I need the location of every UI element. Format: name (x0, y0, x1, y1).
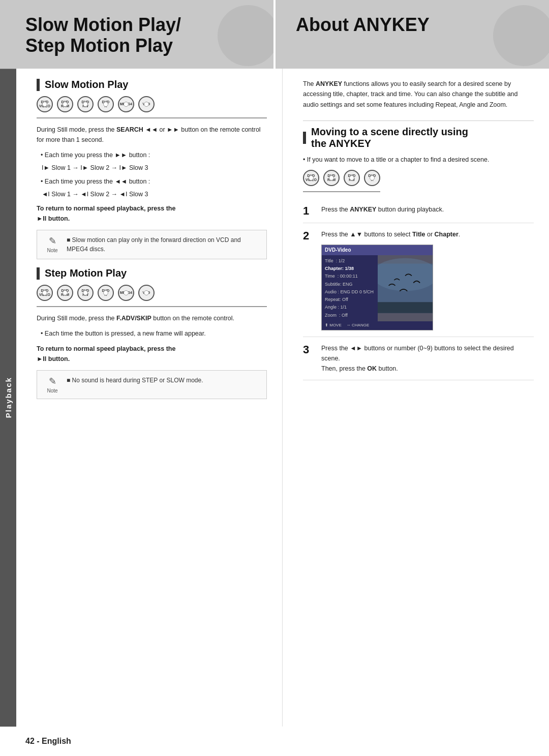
right-header: About ANYKEY (276, 0, 549, 69)
right-column: The ANYKEY functions allows you to easil… (283, 69, 549, 727)
slow-motion-instruction: To return to normal speed playback, pres… (37, 203, 267, 224)
note-icon-area-step: ✎ Note (43, 376, 62, 394)
moving-disc-dvd-r: DVDR (364, 170, 380, 186)
step-motion-title: Step Motion Play (45, 267, 127, 279)
step-disc-icon-vcd: VCD (138, 285, 155, 301)
slow-motion-bullet1-intro: • Each time you press the ►► button : (41, 150, 267, 160)
moving-disc-icons: DVDVIDEO DVDRAM DVDRW DVDR (303, 170, 380, 192)
page-footer: 42 - English (0, 727, 549, 756)
menu-time: Time : 00:00:11 (325, 273, 375, 280)
moving-bullet1: • If you want to move to a title or a ch… (303, 155, 534, 165)
step-disc-icon-dvd-rw: DVDRW (77, 285, 94, 301)
screen-footer-change: ↔ CHANGE (347, 322, 369, 329)
menu-subtitle: Subtitle: ENG (325, 281, 375, 288)
step-motion-para1: During Still mode, press the F.ADV/SKIP … (37, 313, 267, 323)
slow-motion-title: Slow Motion Play (45, 79, 128, 90)
left-header: Slow Motion Play/ Step Motion Play (0, 0, 273, 69)
left-header-title: Slow Motion Play/ Step Motion Play (25, 14, 258, 56)
slow-motion-header: Slow Motion Play (37, 79, 267, 91)
moving-section-header: Moving to a scene directly usingthe ANYK… (303, 126, 534, 149)
step-motion-section: Step Motion Play DVDVIDEO DVDRAM DVDRW D… (37, 267, 267, 399)
screen-menu: Title : 1/2 Chapter: 1/38 Time : 00:00:1… (322, 255, 378, 321)
svg-point-1 (378, 258, 433, 291)
disc-icon-dvd-rw: DVDRW (77, 96, 94, 112)
step-3-row: 3 Press the ◄► buttons or number (0~9) b… (303, 337, 534, 380)
step-motion-instruction: To return to normal speed playback, pres… (37, 344, 267, 364)
slow-motion-note-text: ■ Slow motion can play only in the forwa… (67, 235, 260, 254)
step-2-content: Press the ▲▼ buttons to select Title or … (321, 229, 534, 330)
step-disc-icon-dvd-video: DVDVIDEO (37, 285, 53, 301)
note-icon-area-slow: ✎ Note (43, 235, 62, 253)
note-label-slow: Note (47, 248, 57, 253)
main-content: Playback Slow Motion Play DVDVIDEO DVDRA… (0, 69, 549, 727)
moving-section-title: Moving to a scene directly usingthe ANYK… (311, 126, 468, 149)
menu-title: Title : 1/2 (325, 257, 375, 265)
menu-audio: Audio : ENG DD 0 5/CH (325, 288, 375, 296)
screen-footer-move: ⬆ MOVE (325, 322, 342, 329)
screen-body: Title : 1/2 Chapter: 1/38 Time : 00:00:1… (322, 255, 433, 321)
left-header-line1: Slow Motion Play/ (25, 14, 181, 35)
page-container: Slow Motion Play/ Step Motion Play About… (0, 0, 549, 756)
menu-zoom: Zoom : Off (325, 312, 375, 319)
moving-disc-dvd-ram: DVDRAM (323, 170, 340, 186)
disc-icon-dvd-ram: DVDRAM (57, 96, 73, 112)
step-disc-icon-dvd-r: DVDR (98, 285, 114, 301)
menu-angle: Angle : 1/1 (325, 304, 375, 311)
left-column: Slow Motion Play DVDVIDEO DVDRAM DVDRW D… (16, 69, 283, 727)
step-3-content: Press the ◄► buttons or number (0~9) but… (321, 343, 534, 374)
disc-icon-dvd-video: DVDVIDEO (37, 96, 53, 112)
section-bar-step (37, 267, 40, 280)
playback-sidebar: Playback (0, 69, 16, 727)
note-pencil-icon: ✎ (49, 235, 56, 247)
step-1-number: 1 (303, 205, 315, 217)
page-number: 42 - English (25, 737, 71, 745)
step-disc-icon-mpeg4: MPEG4 (118, 285, 134, 301)
step-1-content: Press the ANYKEY button during playback. (321, 204, 534, 215)
moving-section: Moving to a scene directly usingthe ANYK… (303, 126, 534, 380)
screen-header: DVD-Video (322, 245, 433, 255)
moving-disc-dvd-rw: DVDRW (344, 170, 360, 186)
slow-motion-disc-icons: DVDVIDEO DVDRAM DVDRW DVDR MPEG4 (37, 96, 267, 118)
slow-motion-bullet2-intro: • Each time you press the ◄◄ button : (41, 176, 267, 187)
step-disc-icon-dvd-ram: DVDRAM (57, 285, 73, 301)
screen-image-area (378, 255, 433, 321)
step-motion-bullet1: • Each time the button is pressed, a new… (41, 328, 267, 339)
slow-motion-section: Slow Motion Play DVDVIDEO DVDRAM DVDRW D… (37, 79, 267, 259)
disc-icon-mpeg4: MPEG4 (118, 96, 134, 112)
step-motion-header: Step Motion Play (37, 267, 267, 280)
menu-repeat: Repeat: Off (325, 296, 375, 304)
section-bar-slow (37, 79, 40, 91)
sidebar-label: Playback (4, 377, 13, 418)
slow-motion-seq1: I► Slow 1 → I► Slow 2 → I► Slow 3 (42, 162, 267, 174)
note-pencil-icon-step: ✎ (49, 376, 56, 387)
step-motion-note: ✎ Note ■ No sound is heard during STEP o… (37, 370, 267, 399)
slow-motion-note: ✎ Note ■ Slow motion can play only in th… (37, 230, 267, 259)
disc-icon-dvd-r: DVDR (98, 96, 114, 112)
left-header-line2: Step Motion Play (25, 35, 173, 56)
svg-rect-2 (378, 302, 433, 313)
step-2-number: 2 (303, 230, 315, 241)
section-bar-moving (303, 132, 306, 144)
divider-1 (303, 120, 534, 121)
slow-motion-para1: During Still mode, press the SEARCH ◄◄ o… (37, 125, 267, 145)
moving-disc-dvd-video: DVDVIDEO (303, 170, 319, 186)
right-header-title: About ANYKEY (296, 14, 534, 36)
birds-svg (378, 255, 433, 321)
step-motion-note-text: ■ No sound is heard during STEP or SLOW … (67, 376, 203, 385)
step-2-row: 2 Press the ▲▼ buttons to select Title o… (303, 223, 534, 337)
screen-footer: ⬆ MOVE ↔ CHANGE (322, 321, 433, 330)
step-motion-disc-icons: DVDVIDEO DVDRAM DVDRW DVDR MPEG4 (37, 285, 267, 307)
slow-motion-seq2: ◄I Slow 1 → ◄I Slow 2 → ◄I Slow 3 (42, 189, 267, 200)
disc-icon-vcd: VCD (138, 96, 155, 112)
anykey-intro-text: The ANYKEY functions allows you to easil… (303, 79, 534, 110)
header-row: Slow Motion Play/ Step Motion Play About… (0, 0, 549, 69)
step-1-row: 1 Press the ANYKEY button during playbac… (303, 198, 534, 223)
note-label-step: Note (47, 388, 57, 394)
screen-preview: DVD-Video Title : 1/2 Chapter: 1/38 Time… (321, 245, 433, 330)
menu-chapter: Chapter: 1/38 (325, 265, 375, 273)
step-3-number: 3 (303, 344, 315, 355)
